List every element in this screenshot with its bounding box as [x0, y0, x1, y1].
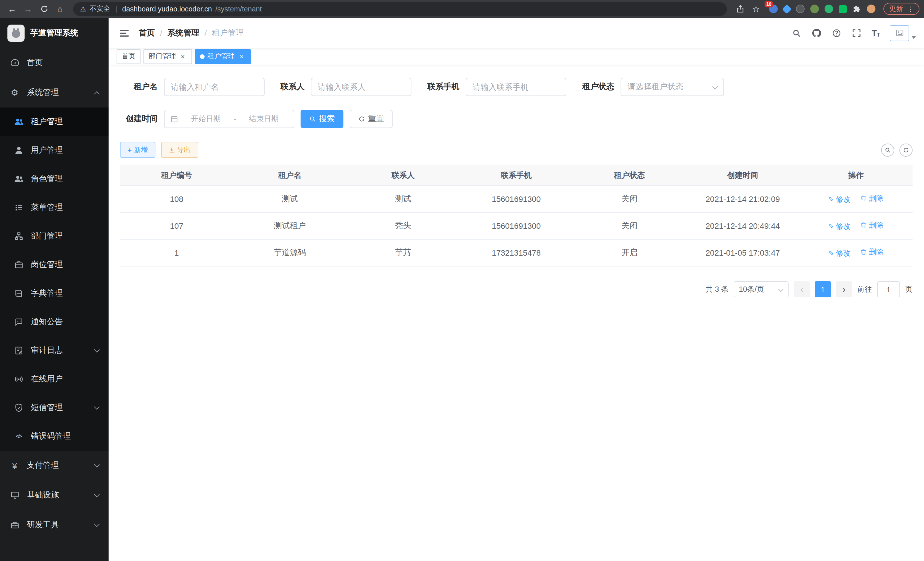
sidebar-item-dict[interactable]: 字典管理: [0, 279, 109, 308]
home-icon[interactable]: ⌂: [52, 2, 68, 16]
delete-link[interactable]: 删除: [860, 193, 884, 204]
sidebar-item-label: 首页: [27, 58, 43, 68]
extension-icon-1[interactable]: 10: [769, 5, 778, 13]
bookmark-star-icon[interactable]: ☆: [748, 2, 764, 16]
app-logo[interactable]: 芋道管理系统: [0, 18, 109, 48]
table-toolbar: + 新增 导出: [120, 142, 913, 158]
help-icon[interactable]: [832, 28, 842, 38]
sidebar-item-sms[interactable]: 短信管理: [0, 393, 109, 422]
delete-link[interactable]: 删除: [860, 220, 884, 230]
active-dot: [200, 54, 205, 59]
tab-tenant[interactable]: 租户管理 ×: [195, 49, 251, 64]
sidebar-item-payment[interactable]: ¥ 支付管理: [0, 451, 109, 480]
extension-icon-5[interactable]: [825, 5, 833, 13]
goto-page-input[interactable]: [877, 281, 900, 297]
url-domain: dashboard.yudao.iocoder.cn: [122, 5, 212, 13]
export-button[interactable]: 导出: [161, 142, 198, 158]
tenant-name-label: 租户名: [120, 82, 164, 92]
page-size-select[interactable]: 10条/页: [734, 281, 789, 297]
edit-link[interactable]: ✎修改: [828, 248, 850, 259]
sidebar-item-online-user[interactable]: 在线用户: [0, 365, 109, 393]
total-count: 共 3 条: [705, 284, 729, 295]
sidebar-item-dept[interactable]: 部门管理: [0, 222, 109, 250]
search-icon: [885, 147, 891, 153]
forward-icon[interactable]: →: [21, 2, 35, 16]
start-date-placeholder: 开始日期: [182, 114, 230, 124]
extensions-puzzle-icon[interactable]: [853, 5, 861, 13]
sidebar-item-devtools[interactable]: 研发工具: [0, 510, 109, 540]
status-select[interactable]: 请选择租户状态: [621, 78, 724, 96]
extension-icon-2[interactable]: [783, 5, 790, 12]
fullscreen-icon[interactable]: [852, 28, 862, 38]
sidebar-item-home[interactable]: 首页: [0, 48, 109, 78]
goto-label: 前往: [857, 284, 872, 295]
sidebar-toggle[interactable]: [117, 26, 132, 40]
cell-contact: 芋艿: [346, 239, 460, 266]
close-icon[interactable]: ×: [238, 52, 246, 60]
warning-icon: ⚠: [80, 5, 86, 13]
cell-contact: 秃头: [346, 212, 460, 239]
search-button[interactable]: 搜索: [301, 110, 344, 128]
next-page-button[interactable]: ›: [836, 281, 852, 297]
tab-dept[interactable]: 部门管理 ×: [143, 49, 192, 64]
edit-link[interactable]: ✎修改: [828, 194, 850, 205]
prev-page-button[interactable]: ‹: [794, 281, 810, 297]
breadcrumb-home[interactable]: 首页: [139, 28, 155, 38]
contact-input[interactable]: [311, 78, 411, 96]
sidebar-item-label: 字典管理: [31, 288, 63, 299]
sidebar-item-label: 在线用户: [31, 374, 63, 384]
date-range-picker[interactable]: 开始日期 - 结束日期: [164, 110, 294, 128]
address-bar[interactable]: ⚠ 不安全 dashboard.yudao.iocoder.cn /system…: [73, 2, 727, 16]
mobile-input[interactable]: [466, 78, 566, 96]
sidebar-item-menu[interactable]: 菜单管理: [0, 193, 109, 222]
contact-label: 联系人: [280, 82, 311, 92]
cell-tenant-id: 108: [120, 186, 233, 212]
cell-actions: ✎修改 删除: [800, 186, 913, 212]
font-size-icon[interactable]: TT: [872, 28, 880, 38]
page-1-button[interactable]: 1: [815, 281, 831, 297]
user-avatar-menu[interactable]: [890, 25, 916, 41]
sidebar-item-tenant[interactable]: 租户管理: [0, 108, 109, 136]
extension-icon-6[interactable]: [839, 5, 847, 13]
close-icon[interactable]: ×: [179, 52, 187, 60]
search-icon: [309, 116, 316, 122]
profile-avatar[interactable]: [867, 5, 875, 13]
refresh-table-button[interactable]: [899, 143, 913, 156]
sidebar-item-post[interactable]: 岗位管理: [0, 250, 109, 279]
filter-mobile: 联系手机: [428, 78, 566, 96]
sidebar-item-user[interactable]: 用户管理: [0, 136, 109, 165]
font-large-glyph: T: [872, 28, 877, 38]
tab-home[interactable]: 首页: [117, 49, 141, 64]
tenant-name-input[interactable]: [164, 78, 265, 96]
back-icon[interactable]: ←: [4, 2, 20, 16]
roles-icon: [14, 174, 23, 184]
sidebar-item-label: 支付管理: [27, 460, 59, 471]
toggle-search-button[interactable]: [881, 143, 894, 156]
tab-label: 首页: [122, 51, 135, 61]
sidebar-item-system[interactable]: ⚙ 系统管理: [0, 78, 109, 108]
search-icon[interactable]: [792, 28, 802, 38]
breadcrumb-system[interactable]: 系统管理: [167, 28, 200, 38]
viewport: ← → ⌂ ⚠ 不安全 dashboard.yudao.iocoder.cn /…: [0, 0, 924, 561]
sidebar-item-role[interactable]: 角色管理: [0, 165, 109, 193]
kebab-menu-icon[interactable]: ⋮: [907, 5, 914, 13]
extension-icon-4[interactable]: [810, 5, 819, 13]
cell-status: 关闭: [573, 186, 686, 212]
toolbar-right-actions: [881, 143, 913, 156]
edit-link[interactable]: ✎修改: [828, 221, 850, 232]
extension-icon-3[interactable]: [796, 5, 805, 13]
github-icon[interactable]: [812, 28, 822, 38]
add-button[interactable]: + 新增: [120, 142, 155, 158]
sidebar-item-infra[interactable]: 基础设施: [0, 480, 109, 510]
reload-icon[interactable]: [37, 2, 51, 16]
sidebar-item-notice[interactable]: 通知公告: [0, 308, 109, 336]
sidebar-item-audit-log[interactable]: 审计日志: [0, 336, 109, 365]
delete-link[interactable]: 删除: [860, 247, 884, 257]
sidebar-item-error-code[interactable]: </> 错误码管理: [0, 422, 109, 451]
update-button[interactable]: 更新 ⋮: [884, 3, 920, 15]
sidebar: 芋道管理系统 首页 ⚙ 系统管理 租户管理: [0, 18, 109, 561]
col-created: 创建时间: [686, 165, 799, 186]
tags-view: 首页 部门管理 × 租户管理 ×: [109, 48, 924, 65]
reset-button[interactable]: 重置: [350, 110, 393, 128]
share-icon[interactable]: [733, 2, 747, 16]
